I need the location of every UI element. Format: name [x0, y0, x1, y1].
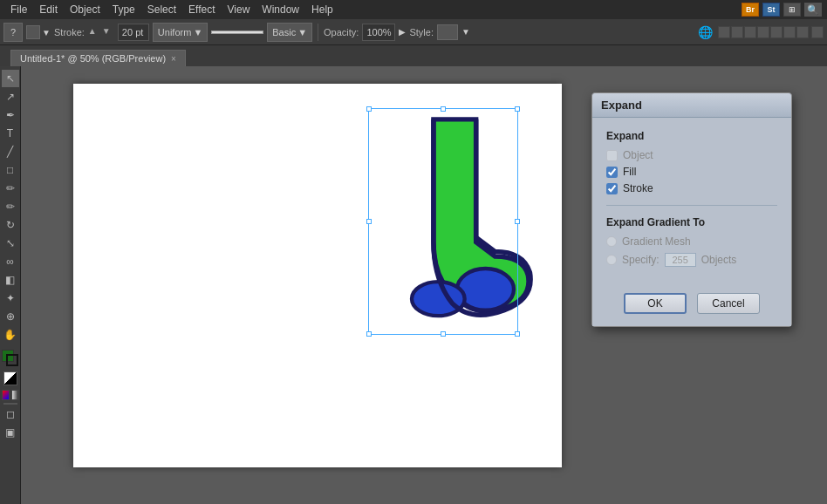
menu-type[interactable]: Type [107, 2, 140, 17]
color-mode-gradient[interactable] [11, 390, 19, 400]
scale-tool[interactable]: ⤡ [2, 235, 19, 252]
opacity-label: Opacity: [324, 27, 359, 37]
cancel-button[interactable]: Cancel [697, 293, 760, 314]
color-mode-color[interactable] [2, 390, 10, 400]
eyedropper-tool[interactable]: ✦ [2, 289, 19, 307]
type-tool[interactable]: T [2, 125, 19, 142]
globe-icon[interactable]: 🌐 [695, 25, 715, 39]
rect-tool[interactable]: □ [2, 161, 19, 179]
select-tool[interactable]: ↖ [2, 70, 19, 87]
workspace-icon[interactable]: ⊞ [783, 3, 801, 17]
expand-dialog: Expand Expand Object Fill [591, 92, 792, 327]
object-checkbox[interactable] [606, 150, 618, 161]
opacity-expand[interactable]: ▶ [399, 27, 406, 37]
gradient-tool[interactable]: ◧ [2, 271, 19, 289]
color-mode-icons [2, 390, 19, 400]
object-checkbox-row: Object [606, 149, 777, 161]
chart-icon[interactable] [796, 26, 809, 38]
paintbrush-tool[interactable]: ✏ [2, 180, 19, 197]
stroke-arrow: ▼ [42, 28, 51, 37]
style-arrow[interactable]: ▼ [461, 27, 470, 37]
stroke-style-btn[interactable]: Basic▼ [267, 23, 312, 42]
stroke-checkbox[interactable] [606, 183, 618, 194]
fill-checkbox-row: Fill [606, 166, 777, 178]
line-tool[interactable]: ╱ [2, 143, 19, 160]
tab-close-btn[interactable]: × [171, 54, 176, 64]
style-label: Style: [409, 27, 434, 37]
menu-effect[interactable]: Effect [183, 2, 220, 17]
dialog-divider [606, 205, 777, 206]
direct-select-tool[interactable]: ↗ [2, 88, 19, 106]
search-icon[interactable]: 🔍 [804, 3, 822, 17]
opacity-value[interactable]: 100% [362, 24, 395, 41]
stroke-color-box[interactable] [26, 25, 40, 39]
menu-file[interactable]: File [5, 2, 32, 17]
pencil-tool[interactable]: ✏ [2, 198, 19, 215]
stock-icon[interactable]: St [762, 3, 780, 17]
align-icon-2[interactable] [731, 26, 743, 38]
stroke-checkbox-row: Stroke [606, 182, 777, 194]
pen-tool[interactable]: ✒ [2, 106, 19, 124]
help-button[interactable]: ? [3, 23, 23, 42]
main-area: ↖ ↗ ✒ T ╱ □ ✏ ✏ ↻ ⤡ ∞ ◧ ✦ ⊕ ✋ ◻ ▣ [0, 66, 827, 504]
fill-stroke-colors[interactable] [2, 350, 19, 367]
stroke-label: Stroke: [54, 27, 85, 37]
toolbar: ? ▼ Stroke: ▲ ▼ 20 pt Uniform▼ Basic▼ Op… [0, 19, 827, 45]
align-icon-3[interactable] [744, 26, 756, 38]
specify-label: Specify: [622, 254, 660, 266]
expand-gradient-label: Expand Gradient To [606, 216, 777, 228]
stroke-color[interactable] [6, 354, 18, 366]
expand-section-label: Expand [606, 130, 777, 142]
menu-object[interactable]: Object [65, 2, 106, 17]
menu-view[interactable]: View [222, 2, 256, 17]
draw-normal-btn[interactable]: ◻ [2, 405, 19, 423]
artboard [73, 84, 562, 467]
document-tab[interactable]: Untitled-1* @ 50% (RGB/Preview) × [10, 50, 186, 66]
bridge-icon[interactable]: Br [742, 3, 759, 17]
fill-checkbox[interactable] [606, 167, 618, 178]
left-toolbar: ↖ ↗ ✒ T ╱ □ ✏ ✏ ↻ ⤡ ∞ ◧ ✦ ⊕ ✋ ◻ ▣ [0, 66, 21, 504]
ok-button[interactable]: OK [624, 293, 687, 314]
svg-point-1 [412, 282, 465, 316]
object-label: Object [623, 149, 653, 161]
specify-input[interactable]: 255 [665, 253, 696, 267]
style-box[interactable] [437, 24, 458, 40]
tab-title: Untitled-1* @ 50% (RGB/Preview) [20, 53, 166, 64]
stroke-down[interactable]: ▼ [102, 26, 114, 38]
stroke-type-btn[interactable]: Uniform▼ [153, 23, 208, 42]
svg-point-0 [457, 269, 514, 310]
menu-window[interactable]: Window [256, 2, 304, 17]
dialog-body: Expand Object Fill Stroke [592, 118, 791, 284]
menu-help[interactable]: Help [306, 2, 338, 17]
dialog-buttons: OK Cancel [592, 284, 791, 326]
align-icon-1[interactable] [718, 26, 730, 38]
sep1 [318, 24, 318, 41]
objects-label: Objects [701, 254, 737, 266]
sock-illustration [370, 110, 544, 337]
hand-tool[interactable]: ✋ [2, 326, 19, 344]
more-icon[interactable] [811, 26, 824, 38]
dialog-title: Expand [601, 99, 642, 112]
menu-bar: File Edit Object Type Select Effect View… [0, 0, 827, 19]
align-icon-4[interactable] [757, 26, 769, 38]
specify-radio[interactable] [606, 255, 617, 265]
dialog-titlebar: Expand [592, 93, 791, 118]
stroke-value[interactable]: 20 pt [118, 24, 149, 41]
tool-divider [3, 403, 17, 405]
align-icon-6[interactable] [783, 26, 796, 38]
gradient-mesh-radio[interactable] [606, 236, 617, 247]
blend-tool[interactable]: ∞ [2, 253, 19, 270]
align-icons [718, 26, 809, 38]
none-color[interactable] [3, 371, 17, 385]
screen-mode-btn[interactable]: ▣ [2, 424, 19, 441]
rotate-tool[interactable]: ↻ [2, 216, 19, 234]
align-icon-5[interactable] [770, 26, 783, 38]
zoom-tool[interactable]: ⊕ [2, 308, 19, 325]
tab-bar: Untitled-1* @ 50% (RGB/Preview) × [0, 45, 827, 66]
menu-edit[interactable]: Edit [34, 2, 63, 17]
menu-select[interactable]: Select [142, 2, 181, 17]
specify-row: Specify: 255 Objects [606, 253, 777, 267]
stroke-up[interactable]: ▲ [88, 26, 100, 38]
fill-label: Fill [623, 166, 636, 178]
canvas-area[interactable]: Expand Expand Object Fill [21, 66, 827, 504]
